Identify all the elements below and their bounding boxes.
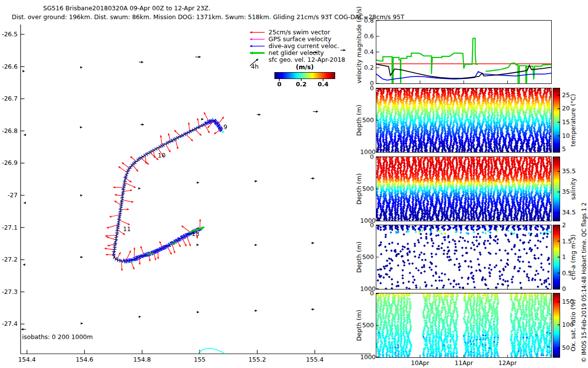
surface-fix-mark xyxy=(131,261,133,263)
map-lon-tick-label: 154.6 xyxy=(70,356,99,363)
legend-colorbar-units: (m/s) xyxy=(274,63,335,71)
colorbar-tick-label: 35.5 xyxy=(562,167,582,175)
colorbar-tick-label: 35 xyxy=(562,188,582,195)
date-tick-label: 10Apr xyxy=(405,359,435,367)
map-lat-tick-label: -27 xyxy=(1,191,18,199)
isobaths-label: isobaths: 0 200 1000m xyxy=(22,333,93,341)
map-lon-tick-label: 155.2 xyxy=(243,356,272,363)
chl-panel xyxy=(376,225,552,289)
colorbar-tick-label: 15 xyxy=(562,118,582,126)
depth-tick-label: 1000 xyxy=(360,353,374,361)
velocity-tick-label: 0.8 xyxy=(360,17,374,24)
date-tick-label: 11Apr xyxy=(449,359,479,367)
legend-label: sfc geo. vel. 12-Apr-2018 xyxy=(269,56,345,63)
colorbar-tick-label: 25 xyxy=(562,91,582,99)
oxygen-panel xyxy=(376,293,552,358)
colorbar-tick-label: 10 xyxy=(562,132,582,139)
colorbar-tick-label: 1.5 xyxy=(562,237,582,245)
colorbar-tick-label: 2 xyxy=(562,221,582,229)
glider-mission-figure: SG516 Brisbane20180320A 09-Apr 00Z to 12… xyxy=(0,0,588,368)
map-lat-tick-label: -26.6 xyxy=(1,63,18,70)
dive-number-label: 10 xyxy=(158,152,166,159)
depth-tick-label: 500 xyxy=(360,185,374,192)
dive-number-label: 11 xyxy=(123,225,131,233)
salinity-scatter xyxy=(376,157,551,221)
map-lat-tick-label: -26.9 xyxy=(1,159,18,166)
depth-tick-label: 500 xyxy=(360,321,374,329)
chl-scatter xyxy=(376,225,551,289)
speed-colorbar-tick-label: 0.4 xyxy=(316,80,330,88)
surface-fix-mark xyxy=(222,131,224,133)
map-lat-tick-label: -26.5 xyxy=(1,30,18,38)
salinity-colorbar xyxy=(553,157,560,221)
legend-label: 25cm/s swim vector xyxy=(269,28,330,36)
legend-label: GPS surface velocity xyxy=(269,35,331,43)
colorbar-tick-label: 50 xyxy=(562,344,582,351)
legend-label: net glider velocity xyxy=(269,49,324,56)
depth-tick-label: 0 xyxy=(360,84,374,92)
dive-number-label: 13 xyxy=(192,230,199,237)
depth-tick-label: 500 xyxy=(360,116,374,124)
oxygen-scatter xyxy=(376,293,551,357)
map-lat-tick-label: -26.7 xyxy=(1,95,18,102)
velocity-tick-label: 0.6 xyxy=(360,32,374,40)
speed-colorbar-tick-label: 0.2 xyxy=(294,80,309,88)
map-lat-tick-label: -27.2 xyxy=(1,256,18,263)
chl-colorbar xyxy=(553,225,560,289)
map-lon-tick-label: 154.8 xyxy=(127,356,157,363)
colorbar-tick-label: 0 xyxy=(562,285,582,292)
map-lat-tick-label: -26.8 xyxy=(1,127,18,134)
gps-velocity-arrow-icon xyxy=(247,36,267,42)
date-tick-label: 12Apr xyxy=(493,359,522,367)
map-lat-tick-label: -27.4 xyxy=(1,320,18,327)
imos-caption: © IMOS 15-Feb-2019 05:14:48 Hobart time.… xyxy=(581,203,588,363)
velocity-lines xyxy=(376,21,551,83)
series-net-glider-speed xyxy=(486,63,551,82)
colorbar-tick-label: 20 xyxy=(562,105,582,112)
swim-vector-arrow-icon xyxy=(247,29,267,35)
isobath-contour xyxy=(197,348,225,354)
legend-label: dive-avg current veloc. xyxy=(269,42,339,50)
map-lon-tick-label: 155.4 xyxy=(300,356,330,363)
velocity-tick-label: 0.4 xyxy=(360,48,374,55)
colorbar-tick-label: 150 xyxy=(562,298,582,305)
series-dive-avg-current xyxy=(376,72,551,80)
velocity-tick-label: 0.2 xyxy=(360,64,374,71)
map-lon-tick-label: 155 xyxy=(185,356,215,363)
map-lat-tick-label: -27.3 xyxy=(1,288,18,295)
dive-number-label: 9 xyxy=(223,123,227,131)
depth-tick-label: 0 xyxy=(360,289,374,297)
temperature-scatter xyxy=(376,88,551,152)
depth-tick-label: 0 xyxy=(360,153,374,160)
temperature-colorbar xyxy=(553,88,560,153)
colorbar-tick-label: 100 xyxy=(562,321,582,328)
colorbar-tick-label: 34.5 xyxy=(562,209,582,216)
net-glider-velocity-arrow-icon xyxy=(247,50,267,56)
legend-timescale-label: 4h xyxy=(251,63,259,70)
depth-tick-label: 0 xyxy=(360,221,374,229)
velocity-panel xyxy=(376,20,552,84)
colorbar-tick-label: 0.5 xyxy=(562,269,582,277)
colorbar-tick-label: 1 xyxy=(562,253,582,261)
temperature-panel xyxy=(376,88,552,153)
depth-tick-label: 500 xyxy=(360,253,374,261)
oxygen-colorbar xyxy=(553,293,560,358)
dive-avg-current-arrow-icon xyxy=(247,43,267,49)
colorbar-tick-label: 5 xyxy=(562,145,582,153)
salinity-panel xyxy=(376,157,552,221)
map-lon-tick-label: 154.4 xyxy=(12,356,42,363)
map-lat-tick-label: -27.1 xyxy=(1,224,18,231)
speed-colorbar-tick-label: 0 xyxy=(272,80,287,88)
